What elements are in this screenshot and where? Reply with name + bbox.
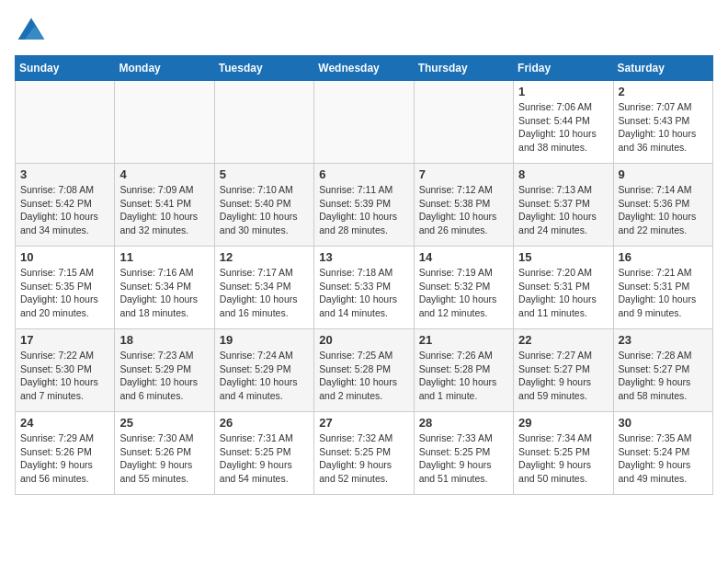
day-number: 19 [220, 333, 309, 347]
day-info: Sunrise: 7:21 AM Sunset: 5:31 PM Dayligh… [619, 266, 708, 320]
day-number: 18 [119, 333, 209, 347]
day-info: Sunrise: 7:10 AM Sunset: 5:40 PM Dayligh… [220, 183, 309, 237]
day-number: 23 [619, 333, 708, 347]
calendar-cell: 29Sunrise: 7:34 AM Sunset: 5:25 PM Dayli… [514, 412, 613, 495]
day-number: 15 [518, 250, 608, 264]
calendar-cell: 4Sunrise: 7:09 AM Sunset: 5:41 PM Daylig… [115, 164, 214, 247]
day-info: Sunrise: 7:33 AM Sunset: 5:25 PM Dayligh… [419, 431, 508, 486]
calendar-cell: 5Sunrise: 7:10 AM Sunset: 5:40 PM Daylig… [214, 164, 313, 247]
calendar-cell: 12Sunrise: 7:17 AM Sunset: 5:34 PM Dayli… [214, 247, 313, 329]
calendar-cell: 28Sunrise: 7:33 AM Sunset: 5:25 PM Dayli… [414, 412, 513, 495]
calendar-cell [16, 81, 115, 164]
calendar-cell: 1Sunrise: 7:06 AM Sunset: 5:44 PM Daylig… [514, 81, 613, 164]
calendar-cell [314, 81, 414, 164]
calendar-cell: 22Sunrise: 7:27 AM Sunset: 5:27 PM Dayli… [514, 329, 613, 412]
day-number: 28 [419, 416, 508, 430]
day-info: Sunrise: 7:22 AM Sunset: 5:30 PM Dayligh… [20, 349, 109, 403]
calendar-cell: 6Sunrise: 7:11 AM Sunset: 5:39 PM Daylig… [314, 164, 414, 247]
calendar-cell: 27Sunrise: 7:32 AM Sunset: 5:25 PM Dayli… [314, 412, 414, 495]
day-info: Sunrise: 7:16 AM Sunset: 5:34 PM Dayligh… [119, 266, 209, 320]
day-number: 20 [319, 333, 408, 347]
day-info: Sunrise: 7:25 AM Sunset: 5:28 PM Dayligh… [319, 349, 408, 403]
day-info: Sunrise: 7:09 AM Sunset: 5:41 PM Dayligh… [119, 183, 209, 237]
day-info: Sunrise: 7:30 AM Sunset: 5:26 PM Dayligh… [119, 431, 209, 486]
calendar-table: SundayMondayTuesdayWednesdayThursdayFrid… [15, 55, 713, 495]
day-info: Sunrise: 7:06 AM Sunset: 5:44 PM Dayligh… [518, 100, 608, 155]
day-number: 7 [419, 167, 508, 181]
day-info: Sunrise: 7:29 AM Sunset: 5:26 PM Dayligh… [20, 431, 109, 486]
day-info: Sunrise: 7:15 AM Sunset: 5:35 PM Dayligh… [20, 266, 109, 320]
day-number: 9 [619, 167, 708, 181]
day-info: Sunrise: 7:20 AM Sunset: 5:31 PM Dayligh… [518, 266, 608, 320]
col-header-thursday: Thursday [414, 56, 513, 81]
day-info: Sunrise: 7:34 AM Sunset: 5:25 PM Dayligh… [518, 431, 608, 486]
day-number: 5 [220, 167, 309, 181]
col-header-tuesday: Tuesday [214, 56, 313, 81]
logo-icon [15, 15, 48, 48]
day-number: 26 [220, 416, 309, 430]
calendar-cell: 19Sunrise: 7:24 AM Sunset: 5:29 PM Dayli… [214, 329, 313, 412]
calendar-cell: 23Sunrise: 7:28 AM Sunset: 5:27 PM Dayli… [613, 329, 712, 412]
day-number: 10 [20, 250, 109, 264]
day-info: Sunrise: 7:11 AM Sunset: 5:39 PM Dayligh… [319, 183, 408, 237]
col-header-sunday: Sunday [16, 56, 115, 81]
calendar-cell: 8Sunrise: 7:13 AM Sunset: 5:37 PM Daylig… [514, 164, 613, 247]
day-number: 17 [20, 333, 109, 347]
calendar-cell: 3Sunrise: 7:08 AM Sunset: 5:42 PM Daylig… [16, 164, 115, 247]
day-number: 14 [419, 250, 508, 264]
day-number: 27 [319, 416, 408, 430]
calendar-cell: 20Sunrise: 7:25 AM Sunset: 5:28 PM Dayli… [314, 329, 414, 412]
day-info: Sunrise: 7:31 AM Sunset: 5:25 PM Dayligh… [220, 431, 309, 486]
logo [15, 15, 51, 48]
page-header [15, 15, 713, 48]
day-info: Sunrise: 7:28 AM Sunset: 5:27 PM Dayligh… [619, 349, 708, 403]
calendar-cell [214, 81, 313, 164]
day-info: Sunrise: 7:07 AM Sunset: 5:43 PM Dayligh… [619, 100, 708, 155]
col-header-wednesday: Wednesday [314, 56, 414, 81]
col-header-monday: Monday [115, 56, 214, 81]
day-number: 11 [119, 250, 209, 264]
calendar-cell: 10Sunrise: 7:15 AM Sunset: 5:35 PM Dayli… [16, 247, 115, 329]
day-number: 1 [518, 85, 608, 98]
day-number: 22 [518, 333, 608, 347]
calendar-cell [115, 81, 214, 164]
day-number: 30 [619, 416, 708, 430]
day-info: Sunrise: 7:08 AM Sunset: 5:42 PM Dayligh… [20, 183, 109, 237]
day-info: Sunrise: 7:19 AM Sunset: 5:32 PM Dayligh… [419, 266, 508, 320]
day-number: 16 [619, 250, 708, 264]
calendar-cell: 11Sunrise: 7:16 AM Sunset: 5:34 PM Dayli… [115, 247, 214, 329]
day-info: Sunrise: 7:12 AM Sunset: 5:38 PM Dayligh… [419, 183, 508, 237]
day-info: Sunrise: 7:18 AM Sunset: 5:33 PM Dayligh… [319, 266, 408, 320]
calendar-cell: 26Sunrise: 7:31 AM Sunset: 5:25 PM Dayli… [214, 412, 313, 495]
calendar-cell: 24Sunrise: 7:29 AM Sunset: 5:26 PM Dayli… [16, 412, 115, 495]
calendar-cell: 15Sunrise: 7:20 AM Sunset: 5:31 PM Dayli… [514, 247, 613, 329]
day-info: Sunrise: 7:24 AM Sunset: 5:29 PM Dayligh… [220, 349, 309, 403]
calendar-cell: 17Sunrise: 7:22 AM Sunset: 5:30 PM Dayli… [16, 329, 115, 412]
day-info: Sunrise: 7:27 AM Sunset: 5:27 PM Dayligh… [518, 349, 608, 403]
day-number: 21 [419, 333, 508, 347]
calendar-cell: 9Sunrise: 7:14 AM Sunset: 5:36 PM Daylig… [613, 164, 712, 247]
calendar-cell: 18Sunrise: 7:23 AM Sunset: 5:29 PM Dayli… [115, 329, 214, 412]
calendar-cell: 14Sunrise: 7:19 AM Sunset: 5:32 PM Dayli… [414, 247, 513, 329]
calendar-cell: 2Sunrise: 7:07 AM Sunset: 5:43 PM Daylig… [613, 81, 712, 164]
day-info: Sunrise: 7:14 AM Sunset: 5:36 PM Dayligh… [619, 183, 708, 237]
calendar-cell: 13Sunrise: 7:18 AM Sunset: 5:33 PM Dayli… [314, 247, 414, 329]
day-number: 2 [619, 85, 708, 98]
day-info: Sunrise: 7:32 AM Sunset: 5:25 PM Dayligh… [319, 431, 408, 486]
day-number: 12 [220, 250, 309, 264]
day-number: 29 [518, 416, 608, 430]
calendar-cell: 25Sunrise: 7:30 AM Sunset: 5:26 PM Dayli… [115, 412, 214, 495]
day-number: 3 [20, 167, 109, 181]
day-info: Sunrise: 7:17 AM Sunset: 5:34 PM Dayligh… [220, 266, 309, 320]
calendar-cell: 30Sunrise: 7:35 AM Sunset: 5:24 PM Dayli… [613, 412, 712, 495]
day-number: 6 [319, 167, 408, 181]
col-header-saturday: Saturday [613, 56, 712, 81]
day-info: Sunrise: 7:26 AM Sunset: 5:28 PM Dayligh… [419, 349, 508, 403]
day-number: 25 [119, 416, 209, 430]
day-info: Sunrise: 7:35 AM Sunset: 5:24 PM Dayligh… [619, 431, 708, 486]
day-info: Sunrise: 7:13 AM Sunset: 5:37 PM Dayligh… [518, 183, 608, 237]
day-number: 13 [319, 250, 408, 264]
calendar-cell: 7Sunrise: 7:12 AM Sunset: 5:38 PM Daylig… [414, 164, 513, 247]
day-info: Sunrise: 7:23 AM Sunset: 5:29 PM Dayligh… [119, 349, 209, 403]
calendar-cell: 16Sunrise: 7:21 AM Sunset: 5:31 PM Dayli… [613, 247, 712, 329]
